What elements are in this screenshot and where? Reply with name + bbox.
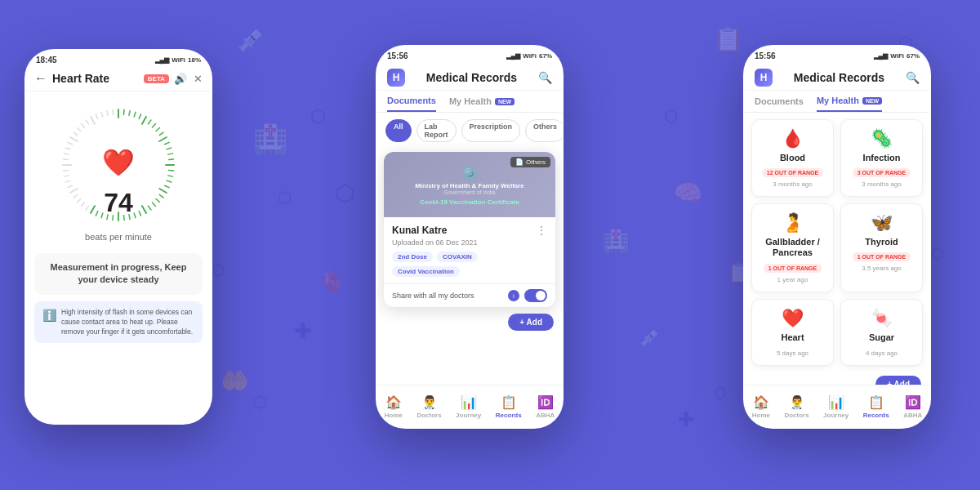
health-card-gallbladder[interactable]: 🫄 Gallbladder / Pancreas 1 OUT OF RANGE … <box>751 203 834 292</box>
journey-icon-3: 📊 <box>828 394 844 410</box>
status-bar-1: 18:45 ▂▄▆ WiFi 18% <box>26 51 211 68</box>
svg-line-40 <box>70 189 78 193</box>
close-icon[interactable]: ✕ <box>194 73 203 85</box>
doc-date: Uploaded on 06 Dec 2021 <box>392 238 547 247</box>
nav-records-3[interactable]: 📋 Records <box>863 394 889 419</box>
svg-line-4 <box>139 114 140 118</box>
beta-badge: BETA <box>144 74 169 83</box>
phone-heart-rate: 18:45 ▂▄▆ WiFi 18% ← Heart Rate BETA 🔊 ✕ <box>24 49 212 425</box>
svg-line-57 <box>101 112 103 117</box>
svg-line-53 <box>81 123 84 127</box>
measurement-message: Measurement in progress, Keep your devic… <box>34 253 203 295</box>
bottom-nav-3: 🏠 Home 👨‍⚕️ Doctors 📊 Journey 📋 Records … <box>745 385 929 427</box>
medical-header-3: H Medical Records 🔍 <box>745 64 929 91</box>
doc-menu-btn[interactable]: ⋮ <box>536 224 547 237</box>
tab-documents-2[interactable]: Documents <box>387 96 436 112</box>
health-card-heart[interactable]: ❤️ Heart 5 days ago <box>751 299 834 366</box>
svg-line-9 <box>159 132 163 136</box>
medical-header-2: H Medical Records 🔍 <box>377 64 562 91</box>
cert-title: Covid-19 Vaccination Certificate <box>415 198 524 206</box>
share-row: Share with all my doctors i <box>384 283 555 307</box>
svg-line-7 <box>152 123 155 127</box>
medical-title-2: Medical Records <box>405 71 538 84</box>
gallbladder-time: 1 year ago <box>759 276 826 283</box>
volume-icon[interactable]: 🔊 <box>174 73 187 85</box>
filter-prescription[interactable]: Prescription <box>461 119 521 142</box>
svg-line-47 <box>64 154 69 154</box>
svg-line-42 <box>65 180 70 182</box>
svg-line-20 <box>159 189 167 193</box>
health-card-sugar[interactable]: 🍬 Sugar 4 days ago <box>840 299 923 366</box>
bottom-nav-2: 🏠 Home 👨‍⚕️ Doctors 📊 Journey 📋 Records … <box>377 385 562 427</box>
time-3: 15:56 <box>755 51 776 60</box>
svg-line-48 <box>65 148 70 149</box>
share-label: Share with all my doctors <box>392 292 503 300</box>
tab-documents-3[interactable]: Documents <box>755 96 804 112</box>
others-tag: 📄 Others <box>510 157 550 167</box>
health-scroll: 🩸 Blood 12 OUT OF RANGE 3 months ago 🦠 I… <box>745 113 929 429</box>
app-logo-3: H <box>755 69 773 87</box>
svg-line-24 <box>148 206 151 210</box>
nav-home-3[interactable]: 🏠 Home <box>752 394 770 419</box>
heart-rate-title: Heart Rate <box>52 72 139 85</box>
status-bar-2: 15:56 ▂▄▆ WiFi 67% <box>377 47 562 64</box>
search-button-3[interactable]: 🔍 <box>906 71 920 84</box>
svg-line-19 <box>165 185 169 187</box>
thyroid-name: Thyroid <box>848 237 915 247</box>
infection-icon: 🦠 <box>848 128 915 149</box>
tab-my-health-2[interactable]: My Health NEW <box>449 96 514 112</box>
heart-name: Heart <box>759 332 826 343</box>
nav-journey-3[interactable]: 📊 Journey <box>823 394 849 419</box>
health-content: 🩸 Blood 12 OUT OF RANGE 3 months ago 🦠 I… <box>745 113 929 429</box>
gallbladder-range: 1 OUT OF RANGE <box>764 264 822 273</box>
tab-my-health-3[interactable]: My Health NEW <box>817 96 882 112</box>
new-badge-2: NEW <box>495 98 514 105</box>
svg-line-14 <box>169 159 174 160</box>
svg-line-3 <box>134 112 136 117</box>
nav-abha-3[interactable]: 🆔 ABHA <box>903 394 922 419</box>
status-icons-1: ▂▄▆ WiFi 18% <box>155 56 202 64</box>
time-1: 18:45 <box>36 56 57 65</box>
medical-title-3: Medical Records <box>773 71 906 84</box>
gov-line1: Ministry of Health & Family Welfare <box>415 182 524 189</box>
back-button[interactable]: ← <box>34 71 47 86</box>
health-card-thyroid[interactable]: 🦋 Thyroid 1 OUT OF RANGE 3.5 years ago <box>840 203 923 292</box>
nav-abha-2[interactable]: 🆔 ABHA <box>536 394 555 419</box>
records-icon: 📋 <box>501 394 517 410</box>
blood-name: Blood <box>759 153 826 163</box>
svg-line-23 <box>152 203 155 206</box>
svg-line-35 <box>91 206 95 213</box>
nav-home-2[interactable]: 🏠 Home <box>385 394 403 419</box>
records-icon-3: 📋 <box>868 394 884 410</box>
svg-line-10 <box>159 137 167 141</box>
blood-time: 3 months ago <box>759 180 826 188</box>
heart-rate-gauge: ❤️ 74 beats per minute <box>26 91 211 247</box>
home-icon: 🏠 <box>385 394 402 410</box>
warning-icon: ℹ️ <box>42 308 56 324</box>
heart-rate-header: ← Heart Rate BETA 🔊 ✕ <box>26 68 211 91</box>
health-card-infection[interactable]: 🦠 Infection 3 OUT OF RANGE 3 months ago <box>840 119 923 197</box>
doctors-icon: 👨‍⚕️ <box>421 394 438 410</box>
health-card-blood[interactable]: 🩸 Blood 12 OUT OF RANGE 3 months ago <box>751 119 834 197</box>
share-toggle[interactable] <box>524 289 547 302</box>
nav-records-2[interactable]: 📋 Records <box>496 394 522 419</box>
nav-doctors-3[interactable]: 👨‍⚕️ Doctors <box>784 394 808 419</box>
svg-line-55 <box>91 117 95 124</box>
svg-line-1 <box>123 109 124 114</box>
infection-range: 3 OUT OF RANGE <box>853 168 911 177</box>
filter-all[interactable]: All <box>385 119 412 142</box>
health-grid: 🩸 Blood 12 OUT OF RANGE 3 months ago 🦠 I… <box>745 113 929 372</box>
search-button-2[interactable]: 🔍 <box>538 71 552 84</box>
svg-line-34 <box>96 212 97 216</box>
doctors-icon-3: 👨‍⚕️ <box>789 394 805 410</box>
document-card: ⚙️ Ministry of Health & Family Welfare G… <box>384 152 555 307</box>
nav-doctors-2[interactable]: 👨‍⚕️ Doctors <box>416 394 441 419</box>
svg-line-56 <box>96 114 97 118</box>
filter-others[interactable]: Others <box>525 119 564 142</box>
nav-journey-2[interactable]: 📊 Journey <box>456 394 481 419</box>
svg-line-54 <box>86 120 89 124</box>
filter-lab[interactable]: Lab Report <box>416 119 457 142</box>
add-button-2[interactable]: + Add <box>508 314 554 331</box>
medical-tabs-2: Documents My Health NEW <box>377 91 562 113</box>
svg-line-12 <box>167 148 172 149</box>
